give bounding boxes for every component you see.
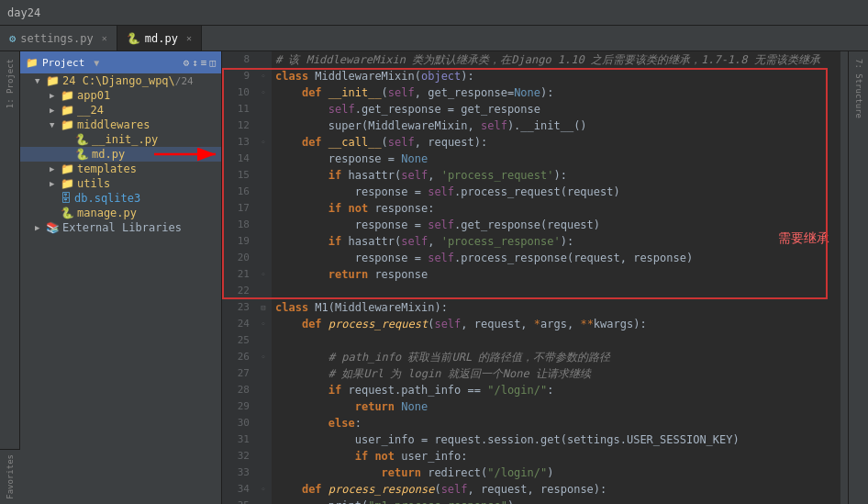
code-line-16: response = self.process_request(request) (272, 184, 840, 200)
code-container: 8 9 10 11 12 13 14 15 16 17 18 19 20 21 … (222, 51, 848, 504)
code-line-35: print("m1.process_response") (272, 498, 840, 504)
tab-md-label: md.py (145, 32, 178, 45)
code-line-24: def process_request(self, request, *args… (272, 316, 840, 332)
db-icon: 🗄 (61, 192, 72, 205)
manage-label: manage.py (77, 207, 137, 219)
folder-icon-root: 📁 (46, 74, 60, 87)
tree-md[interactable]: 🐍 md.py (20, 147, 221, 162)
code-line-21: return response (272, 266, 840, 283)
py-icon-md: 🐍 (75, 148, 89, 161)
utils-label: utils (77, 177, 110, 190)
folder-icon-ext: 📚 (46, 221, 60, 234)
panel-dropdown[interactable]: ▼ (94, 58, 99, 68)
code-line-28: if request.path_info == "/login/": (272, 382, 840, 398)
code-line-19: if hasattr(self, 'process_response'): (272, 233, 840, 250)
tab-md[interactable]: 🐍 md.py ✕ (117, 26, 202, 50)
folder-icon-app01: 📁 (61, 89, 74, 102)
tab-settings-label: settings.py (20, 32, 93, 45)
folder-icon-templates: 📁 (61, 162, 74, 175)
code-line-32: if not user_info: (272, 448, 840, 465)
code-line-25 (272, 332, 840, 349)
code-line-11: self.get_response = get_response (272, 101, 840, 118)
panel-header: 📁 Project ▼ ⚙ ↕ ≡ ◫ (20, 51, 221, 73)
title-text: day24 (7, 6, 40, 19)
code-line-22 (272, 283, 840, 299)
code-line-23: class M1(MiddlewareMixin): (272, 299, 840, 316)
panel-icon-4[interactable]: ◫ (209, 57, 216, 69)
editor-area[interactable]: 需要继承 8 9 10 11 12 13 14 15 16 17 18 19 2… (222, 51, 848, 504)
py-icon-init: 🐍 (75, 133, 89, 146)
code-line-17: if not response: (272, 200, 840, 217)
code-line-10: def __init__(self, get_response=None): (272, 84, 840, 101)
tree-db[interactable]: 🗄 db.sqlite3 (20, 191, 221, 206)
tree-init[interactable]: 🐍 __init_.py (20, 132, 221, 147)
code-line-9: class MiddlewareMixin(object): (272, 68, 840, 84)
tree-templates[interactable]: ▶ 📁 templates (20, 162, 221, 176)
root-label: 24 C:\Django_wpq\ (62, 74, 175, 87)
python-icon: 🐍 (127, 32, 140, 45)
structure-strip-label: 7: Structure (852, 55, 865, 122)
code-line-31: user_info = request.session.get(settings… (272, 431, 840, 448)
tab-bar: ⚙ settings.py ✕ 🐍 md.py ✕ (0, 26, 868, 51)
tree-manage[interactable]: 🐍 manage.py (20, 206, 221, 220)
main-layout: 1: Project 📁 Project ▼ ⚙ ↕ ≡ ◫ ▼ 📁 24 (0, 51, 868, 504)
tree-middlewares[interactable]: ▼ 📁 middlewares (20, 118, 221, 132)
root-path: /24 (175, 75, 194, 87)
folder-icon-main: 📁 (26, 57, 39, 69)
panel-icon-2[interactable]: ↕ (192, 57, 198, 69)
code-line-27: # 如果Url 为 login 就返回一个None 让请求继续 (272, 365, 840, 382)
code-line-14: response = None (272, 151, 840, 167)
code-lines[interactable]: # 该 MiddlewareMixin 类为默认继承类，在Django 1.10… (272, 51, 840, 504)
folder-icon-middlewares: 📁 (61, 118, 74, 131)
code-line-29: return None (272, 398, 840, 415)
tab-md-close[interactable]: ✕ (186, 33, 192, 43)
code-line-26: # path_info 获取当前URL 的路径值，不带参数的路径 (272, 349, 840, 365)
code-line-20: response = self.process_response(request… (272, 250, 840, 266)
init-label: __init_.py (92, 133, 158, 146)
tree-app01[interactable]: ▶ 📁 app01 (20, 88, 221, 103)
chinese-annotation: 需要继承 (778, 230, 829, 247)
panel-title: Project (42, 57, 84, 69)
line-numbers: 8 9 10 11 12 13 14 15 16 17 18 19 20 21 … (222, 51, 255, 504)
code-line-8: # 该 MiddlewareMixin 类为默认继承类，在Django 1.10… (272, 51, 840, 68)
tree-utils[interactable]: ▶ 📁 utils (20, 176, 221, 191)
code-line-13: def __call__(self, request): (272, 134, 840, 151)
favorites-strip-label: Favorites (6, 454, 15, 499)
code-line-33: return redirect("/login/") (272, 465, 840, 481)
tree-ext-libs[interactable]: ▶ 📚 External Libraries (20, 220, 221, 235)
db-label: db.sqlite3 (74, 192, 140, 205)
code-line-30: else: (272, 415, 840, 431)
settings-icon: ⚙ (9, 32, 16, 45)
scrollbar[interactable] (840, 51, 848, 504)
code-line-15: if hasattr(self, 'process_request'): (272, 167, 840, 184)
code-line-12: super(MiddlewareMixin, self).__init__() (272, 118, 840, 134)
md-label: md.py (92, 148, 125, 161)
middlewares-label: middlewares (77, 118, 150, 131)
project-strip-label: 1: Project (4, 55, 17, 112)
arrow-app01: ▶ (50, 91, 61, 100)
py-icon-manage: 🐍 (61, 207, 74, 219)
panel-header-icons: ⚙ ↕ ≡ ◫ (184, 57, 217, 69)
folder-icon-24: 📁 (61, 104, 74, 117)
favorites-strip[interactable]: Favorites (0, 449, 20, 504)
tree-root[interactable]: ▼ 📁 24 C:\Django_wpq\ /24 (20, 73, 221, 88)
title-bar: day24 (0, 0, 868, 26)
app01-label: app01 (77, 89, 110, 102)
structure-strip[interactable]: 7: Structure (848, 51, 868, 504)
folder-24-label: __24 (77, 104, 104, 117)
arrow-24: ▶ (50, 106, 61, 115)
panel-icon-1[interactable]: ⚙ (184, 57, 190, 69)
arrow-middlewares: ▼ (50, 120, 61, 129)
folder-icon-utils: 📁 (61, 177, 74, 190)
panel-icon-3[interactable]: ≡ (201, 57, 207, 69)
arrow-utils: ▶ (50, 179, 61, 188)
tab-settings-close[interactable]: ✕ (102, 33, 107, 43)
arrow-templates: ▶ (50, 164, 61, 174)
project-strip[interactable]: 1: Project (0, 51, 20, 504)
arrow-root: ▼ (35, 76, 46, 85)
tree-24[interactable]: ▶ 📁 __24 (20, 103, 221, 118)
arrow-ext-libs: ▶ (35, 223, 46, 232)
tab-settings[interactable]: ⚙ settings.py ✕ (0, 26, 117, 50)
code-line-18: response = self.get_response(request) (272, 217, 840, 233)
ext-libs-label: External Libraries (62, 221, 182, 234)
